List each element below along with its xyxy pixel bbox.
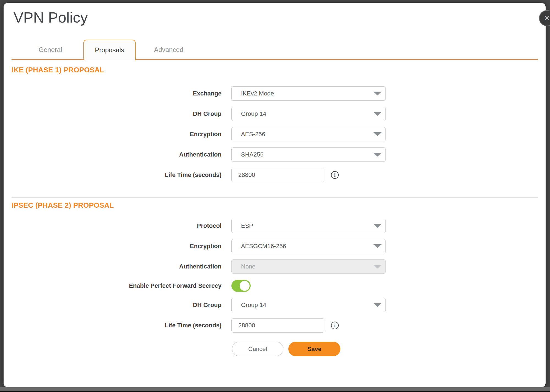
- field-control-authentication: SHA256: [231, 147, 386, 162]
- select-exchange[interactable]: IKEv2 Mode: [231, 86, 386, 101]
- chevron-down-icon: [373, 112, 382, 116]
- select-value: Group 14: [241, 110, 373, 117]
- tab-bar: GeneralProposalsAdvanced: [12, 40, 538, 60]
- field-label-encryption: Encryption: [12, 131, 231, 138]
- row-life-time-seconds: Life Time (seconds)i: [12, 318, 538, 333]
- field-label-life-time-seconds: Life Time (seconds): [12, 171, 231, 179]
- field-control-enable-perfect-forward-secrecy: [231, 280, 251, 292]
- field-label-authentication: Authentication: [12, 151, 231, 158]
- select-authentication: None: [231, 259, 386, 274]
- toggle-enable-perfect-forward-secrecy[interactable]: [231, 280, 251, 292]
- form-area: IKE (PHASE 1) PROPOSALExchangeIKEv2 Mode…: [12, 66, 538, 333]
- field-control-encryption: AESGCM16-256: [231, 239, 386, 253]
- row-exchange: ExchangeIKEv2 Mode: [12, 86, 538, 101]
- vpn-policy-dialog: VPN Policy GeneralProposalsAdvanced IKE …: [4, 3, 546, 387]
- row-dh-group: DH GroupGroup 14: [12, 107, 538, 121]
- input-life-time-seconds[interactable]: [231, 318, 324, 333]
- select-value: IKEv2 Mode: [241, 90, 373, 97]
- section-heading-ike-phase-1: IKE (PHASE 1) PROPOSAL: [12, 66, 538, 74]
- field-control-dh-group: Group 14: [231, 298, 386, 312]
- chevron-down-icon: [373, 153, 382, 157]
- chevron-down-icon: [373, 244, 382, 248]
- input-life-time-seconds[interactable]: [231, 168, 324, 182]
- field-label-protocol: Protocol: [12, 222, 231, 229]
- field-label-enable-perfect-forward-secrecy: Enable Perfect Forward Secrecy: [12, 282, 231, 289]
- select-encryption[interactable]: AESGCM16-256: [231, 239, 386, 253]
- select-value: SHA256: [241, 151, 373, 158]
- chevron-down-icon: [373, 265, 382, 268]
- toggle-knob: [240, 281, 250, 291]
- field-label-life-time-seconds: Life Time (seconds): [12, 322, 231, 329]
- select-protocol[interactable]: ESP: [231, 219, 386, 233]
- select-dh-group[interactable]: Group 14: [231, 107, 386, 121]
- select-value: ESP: [241, 222, 373, 229]
- chevron-down-icon: [373, 92, 382, 95]
- field-label-dh-group: DH Group: [12, 110, 231, 117]
- row-encryption: EncryptionAESGCM16-256: [12, 239, 538, 253]
- section-heading-ipsec-phase-2: IPSEC (PHASE 2) PROPOSAL: [12, 201, 538, 209]
- row-authentication: AuthenticationSHA256: [12, 147, 538, 162]
- field-control-encryption: AES-256: [231, 127, 386, 141]
- field-control-protocol: ESP: [231, 219, 386, 233]
- chevron-down-icon: [373, 132, 382, 136]
- info-icon[interactable]: i: [331, 171, 339, 179]
- footer-buttons: Cancel Save: [232, 342, 538, 356]
- field-label-authentication: Authentication: [12, 263, 231, 270]
- select-value: AESGCM16-256: [241, 243, 373, 250]
- field-control-life-time-seconds: i: [231, 168, 339, 182]
- select-dh-group[interactable]: Group 14: [231, 298, 386, 312]
- field-label-exchange: Exchange: [12, 90, 231, 97]
- row-enable-perfect-forward-secrecy: Enable Perfect Forward Secrecy: [12, 280, 538, 292]
- row-life-time-seconds: Life Time (seconds)i: [12, 168, 538, 182]
- field-label-dh-group: DH Group: [12, 301, 231, 309]
- tab-advanced[interactable]: Advanced: [143, 40, 195, 60]
- row-dh-group: DH GroupGroup 14: [12, 298, 538, 312]
- select-authentication[interactable]: SHA256: [231, 147, 386, 162]
- save-button[interactable]: Save: [288, 342, 340, 356]
- tab-general[interactable]: General: [24, 40, 76, 60]
- cancel-button[interactable]: Cancel: [232, 342, 283, 356]
- select-value: AES-256: [241, 131, 373, 138]
- tab-proposals[interactable]: Proposals: [83, 40, 136, 60]
- chevron-down-icon: [373, 224, 382, 228]
- field-control-exchange: IKEv2 Mode: [231, 86, 386, 101]
- field-control-life-time-seconds: i: [231, 318, 339, 333]
- row-encryption: EncryptionAES-256: [12, 127, 538, 141]
- chevron-down-icon: [373, 303, 382, 307]
- select-value: None: [241, 263, 373, 270]
- row-authentication: AuthenticationNone: [12, 259, 538, 274]
- field-control-dh-group: Group 14: [231, 107, 386, 121]
- select-value: Group 14: [241, 301, 373, 309]
- select-encryption[interactable]: AES-256: [231, 127, 386, 141]
- field-label-encryption: Encryption: [12, 243, 231, 250]
- dialog-title: VPN Policy: [13, 9, 538, 26]
- section-divider: [12, 197, 538, 198]
- window-bottom-edge: [0, 387, 550, 392]
- info-icon[interactable]: i: [331, 322, 339, 329]
- row-protocol: ProtocolESP: [12, 219, 538, 233]
- field-control-authentication: None: [231, 259, 386, 274]
